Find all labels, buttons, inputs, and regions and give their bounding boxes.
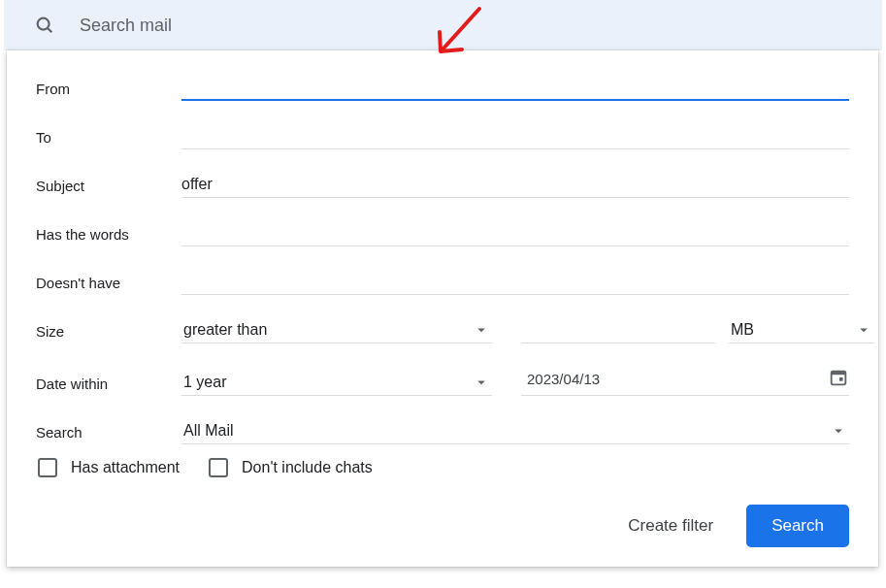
calendar-icon (828, 367, 849, 391)
exclude-chats-label: Don't include chats (242, 459, 373, 476)
svg-line-1 (48, 28, 51, 32)
from-label: From (36, 81, 181, 101)
svg-rect-4 (832, 372, 846, 376)
date-range-value: 1 year (183, 374, 226, 391)
from-input[interactable] (181, 76, 849, 101)
search-icon (33, 14, 56, 37)
search-scope-label: Search (36, 424, 181, 444)
size-label: Size (36, 323, 181, 343)
size-unit-value: MB (731, 321, 754, 339)
chevron-down-icon (473, 374, 490, 391)
exclude-chats-checkbox[interactable] (209, 458, 228, 477)
search-button[interactable]: Search (746, 505, 849, 547)
to-label: To (36, 129, 181, 149)
advanced-search-panel: From To Subject Has the words Doesn't ha… (7, 50, 878, 567)
chevron-down-icon (855, 321, 872, 339)
search-scope-select[interactable]: All Mail (181, 420, 849, 444)
to-input[interactable] (181, 125, 849, 149)
search-bar[interactable] (4, 0, 882, 50)
has-attachment-checkbox[interactable] (38, 458, 57, 477)
svg-point-0 (38, 18, 49, 30)
nothave-input[interactable] (181, 271, 849, 295)
date-label: Date within (36, 376, 181, 396)
date-range-select[interactable]: 1 year (181, 372, 492, 396)
search-scope-value: All Mail (183, 422, 234, 440)
date-picker[interactable]: 2023/04/13 (521, 365, 849, 396)
size-operator-value: greater than (183, 321, 267, 339)
haswords-input[interactable] (181, 222, 849, 246)
subject-input[interactable] (181, 174, 849, 198)
date-value: 2023/04/13 (527, 371, 600, 387)
chevron-down-icon (830, 422, 847, 440)
search-input[interactable] (78, 15, 466, 37)
size-unit-select[interactable]: MB (729, 319, 874, 343)
svg-rect-5 (839, 377, 843, 381)
create-filter-button[interactable]: Create filter (624, 508, 717, 543)
size-operator-select[interactable]: greater than (181, 319, 492, 343)
chevron-down-icon (473, 321, 490, 339)
subject-label: Subject (36, 178, 181, 198)
has-attachment-label: Has attachment (71, 459, 180, 476)
haswords-label: Has the words (36, 226, 181, 246)
background-list-edge (878, 58, 886, 543)
nothave-label: Doesn't have (36, 275, 181, 295)
size-value-input[interactable] (521, 319, 715, 343)
